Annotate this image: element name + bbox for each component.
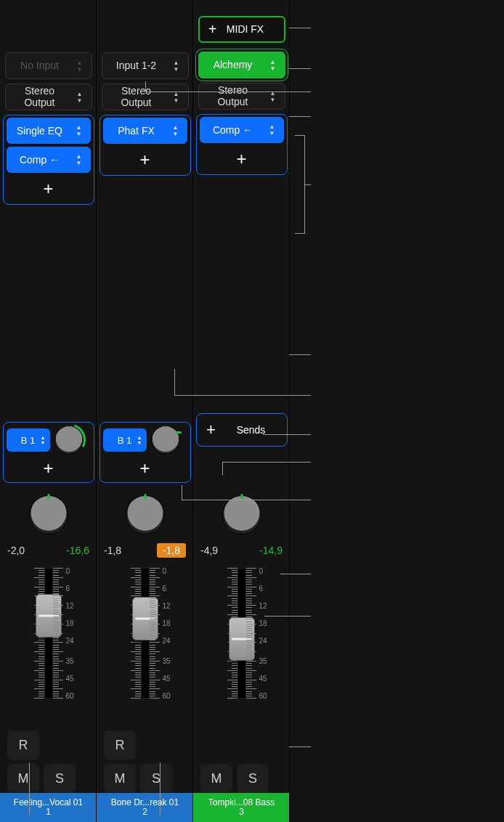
channel-name[interactable]: Feeling...Vocal 01 1 xyxy=(0,793,97,822)
callout-line xyxy=(160,762,160,815)
pan-knob[interactable] xyxy=(126,496,164,534)
send-label: B 1 xyxy=(118,435,132,446)
sends-label: Sends xyxy=(226,424,287,436)
peak-value: -14,9 xyxy=(259,545,283,556)
instrument-slot[interactable]: Alchemy xyxy=(198,52,285,78)
send-slot[interactable]: B 1 xyxy=(7,428,50,452)
add-fx-button[interactable]: + xyxy=(200,146,284,172)
send-level-knob[interactable] xyxy=(151,426,180,455)
mute-button[interactable]: M xyxy=(104,764,136,793)
fx-slot[interactable]: Comp ← xyxy=(200,117,284,143)
updown-icon xyxy=(171,91,182,104)
plus-icon: + xyxy=(197,420,226,439)
callout-lines xyxy=(289,0,504,822)
input-slot[interactable]: Input 1-2 xyxy=(102,52,189,79)
add-fx-button[interactable]: + xyxy=(7,176,91,202)
send-label: B 1 xyxy=(21,435,36,446)
fader[interactable]: 0 6 12 18 24 35 45 60 xyxy=(193,568,290,706)
level-readout: -4,9 -14,9 xyxy=(193,540,290,561)
fader-value: -1,8 xyxy=(104,545,121,556)
updown-icon xyxy=(41,435,46,445)
plus-icon: + xyxy=(206,21,220,38)
updown-icon xyxy=(267,59,279,72)
sends-group: B 1 + xyxy=(99,422,191,483)
plus-icon: + xyxy=(134,149,156,171)
fx-label: Comp ← xyxy=(7,154,73,166)
output-label: Stereo Output xyxy=(199,85,267,107)
send-level-knob[interactable] xyxy=(54,426,84,455)
sends-slot[interactable]: + Sends xyxy=(196,413,288,447)
add-fx-button[interactable]: + xyxy=(103,147,187,173)
fx-slot[interactable]: Phat FX xyxy=(103,118,187,144)
add-send-button[interactable]: + xyxy=(134,457,156,479)
plus-icon: + xyxy=(38,178,60,200)
output-slot[interactable]: Stereo Output xyxy=(198,83,285,110)
add-send-button[interactable]: + xyxy=(38,457,60,479)
updown-icon xyxy=(267,123,278,137)
output-slot[interactable]: Stereo Output xyxy=(5,84,92,110)
ruler: 0 6 12 18 24 35 45 60 xyxy=(150,568,171,699)
updown-icon xyxy=(267,90,279,103)
solo-button[interactable]: S xyxy=(140,764,172,793)
channel-strip-2: Input 1-2 Stereo Output Phat FX + B 1 xyxy=(97,0,193,822)
input-slot[interactable]: No Input xyxy=(5,52,92,79)
mixer: No Input Stereo Output Single EQ Comp ← … xyxy=(0,0,290,822)
pan-knob[interactable] xyxy=(30,496,68,534)
fader[interactable]: 0 6 12 18 24 35 45 60 xyxy=(0,568,97,706)
fx-slot[interactable]: Single EQ xyxy=(7,118,91,144)
midi-fx-label: MIDI FX xyxy=(220,24,284,35)
ruler: 0 6 12 18 24 35 45 60 xyxy=(53,568,75,699)
mute-button[interactable]: M xyxy=(7,764,39,793)
updown-icon xyxy=(73,153,85,166)
output-slot[interactable]: Stereo Output xyxy=(102,84,189,110)
callout-line xyxy=(29,762,30,815)
send-slot[interactable]: B 1 xyxy=(103,428,147,452)
solo-button[interactable]: S xyxy=(44,764,76,793)
ruler: 0 6 12 18 24 35 45 60 xyxy=(246,568,268,699)
fader[interactable]: 0 6 12 18 24 35 45 60 xyxy=(97,568,193,706)
updown-icon xyxy=(171,60,182,73)
sends-group: B 1 + xyxy=(3,422,94,483)
pan-knob[interactable] xyxy=(223,496,261,534)
channel-strip-1: No Input Stereo Output Single EQ Comp ← … xyxy=(0,0,97,822)
fx-slot[interactable]: Comp ← xyxy=(7,147,91,173)
updown-icon xyxy=(137,435,142,445)
peak-value: -1,8 xyxy=(157,543,186,558)
midi-fx-slot[interactable]: + MIDI FX xyxy=(198,16,285,43)
fx-group: Single EQ Comp ← + xyxy=(3,115,94,205)
input-label: No Input xyxy=(6,60,74,71)
plus-icon: + xyxy=(231,148,253,170)
updown-icon xyxy=(74,91,86,104)
peak-value: -16,6 xyxy=(66,545,89,556)
fx-group: Phat FX + xyxy=(99,115,191,176)
updown-icon xyxy=(74,60,86,73)
fader-value: -4,9 xyxy=(200,545,218,556)
fx-label: Phat FX xyxy=(103,125,170,137)
channel-name[interactable]: Tompki...08 Bass 3 xyxy=(193,793,290,822)
record-enable-button[interactable]: R xyxy=(104,731,136,760)
fader-value: -2,0 xyxy=(7,545,25,556)
record-enable-button[interactable]: R xyxy=(7,731,39,760)
input-label: Input 1-2 xyxy=(102,60,171,71)
fx-label: Single EQ xyxy=(7,125,73,137)
updown-icon xyxy=(170,124,182,137)
instrument-label: Alchemy xyxy=(199,60,267,70)
fx-group: Comp ← + xyxy=(196,114,288,175)
level-readout: -1,8 -1,8 xyxy=(97,540,193,561)
fx-label: Comp ← xyxy=(200,124,267,136)
channel-strip-3: + MIDI FX Alchemy Stereo Output Comp ← +… xyxy=(193,0,290,822)
updown-icon xyxy=(73,124,85,137)
output-label: Stereo Output xyxy=(102,86,171,108)
channel-name[interactable]: Bone Dr...reak 01 2 xyxy=(97,793,193,822)
output-label: Stereo Output xyxy=(6,86,74,108)
solo-button[interactable]: S xyxy=(237,764,269,793)
mute-button[interactable]: M xyxy=(200,764,232,793)
level-readout: -2,0 -16,6 xyxy=(0,540,97,561)
